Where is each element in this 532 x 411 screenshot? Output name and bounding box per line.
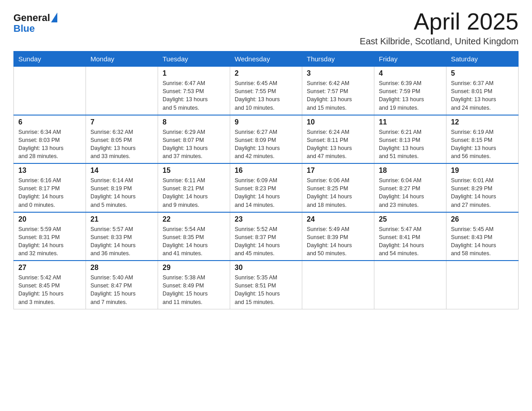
day-info: Sunrise: 6:01 AM Sunset: 8:29 PM Dayligh… bbox=[451, 176, 514, 209]
logo-triangle-icon bbox=[51, 13, 57, 22]
day-number: 9 bbox=[235, 118, 297, 126]
day-info: Sunrise: 5:54 AM Sunset: 8:35 PM Dayligh… bbox=[163, 225, 225, 258]
calendar-cell: 23Sunrise: 5:52 AM Sunset: 8:37 PM Dayli… bbox=[230, 212, 302, 261]
calendar-cell: 24Sunrise: 5:49 AM Sunset: 8:39 PM Dayli… bbox=[302, 212, 374, 261]
day-info: Sunrise: 5:52 AM Sunset: 8:37 PM Dayligh… bbox=[235, 225, 297, 258]
calendar-cell: 18Sunrise: 6:04 AM Sunset: 8:27 PM Dayli… bbox=[374, 163, 446, 212]
day-info: Sunrise: 6:09 AM Sunset: 8:23 PM Dayligh… bbox=[235, 176, 297, 209]
day-info: Sunrise: 5:47 AM Sunset: 8:41 PM Dayligh… bbox=[379, 225, 442, 258]
day-number: 22 bbox=[163, 215, 225, 223]
day-number: 19 bbox=[451, 167, 514, 175]
day-number: 3 bbox=[307, 69, 369, 77]
day-info: Sunrise: 6:29 AM Sunset: 8:07 PM Dayligh… bbox=[163, 128, 225, 161]
calendar-cell: 25Sunrise: 5:47 AM Sunset: 8:41 PM Dayli… bbox=[374, 212, 446, 261]
calendar-cell: 4Sunrise: 6:39 AM Sunset: 7:59 PM Daylig… bbox=[374, 67, 446, 115]
calendar-cell: 6Sunrise: 6:34 AM Sunset: 8:03 PM Daylig… bbox=[14, 115, 86, 164]
day-info: Sunrise: 6:32 AM Sunset: 8:05 PM Dayligh… bbox=[90, 128, 153, 161]
calendar-cell: 17Sunrise: 6:06 AM Sunset: 8:25 PM Dayli… bbox=[302, 163, 374, 212]
calendar-cell: 7Sunrise: 6:32 AM Sunset: 8:05 PM Daylig… bbox=[86, 115, 158, 164]
day-number: 30 bbox=[235, 264, 297, 272]
day-number: 6 bbox=[18, 118, 81, 126]
calendar-cell: 11Sunrise: 6:21 AM Sunset: 8:13 PM Dayli… bbox=[374, 115, 446, 164]
calendar-cell: 8Sunrise: 6:29 AM Sunset: 8:07 PM Daylig… bbox=[158, 115, 230, 164]
day-number: 11 bbox=[379, 118, 442, 126]
page-header: General Blue April 2025 East Kilbride, S… bbox=[13, 9, 519, 47]
calendar-cell: 12Sunrise: 6:19 AM Sunset: 8:15 PM Dayli… bbox=[446, 115, 519, 164]
day-info: Sunrise: 6:11 AM Sunset: 8:21 PM Dayligh… bbox=[163, 176, 225, 209]
calendar-cell bbox=[374, 261, 446, 309]
day-number: 25 bbox=[379, 215, 442, 223]
day-number: 27 bbox=[18, 264, 81, 272]
day-info: Sunrise: 6:34 AM Sunset: 8:03 PM Dayligh… bbox=[18, 128, 81, 161]
calendar-cell: 16Sunrise: 6:09 AM Sunset: 8:23 PM Dayli… bbox=[230, 163, 302, 212]
day-info: Sunrise: 6:47 AM Sunset: 7:53 PM Dayligh… bbox=[163, 79, 225, 112]
day-number: 16 bbox=[235, 167, 297, 175]
calendar-cell: 14Sunrise: 6:14 AM Sunset: 8:19 PM Dayli… bbox=[86, 163, 158, 212]
day-info: Sunrise: 6:39 AM Sunset: 7:59 PM Dayligh… bbox=[379, 79, 442, 112]
day-info: Sunrise: 5:40 AM Sunset: 8:47 PM Dayligh… bbox=[90, 274, 153, 306]
calendar-cell: 20Sunrise: 5:59 AM Sunset: 8:31 PM Dayli… bbox=[14, 212, 86, 261]
logo-general-text: General bbox=[13, 13, 50, 23]
logo: General Blue bbox=[13, 9, 57, 34]
calendar-cell bbox=[446, 261, 519, 309]
month-title: April 2025 bbox=[360, 9, 519, 34]
day-number: 8 bbox=[163, 118, 225, 126]
day-info: Sunrise: 6:45 AM Sunset: 7:55 PM Dayligh… bbox=[235, 79, 297, 112]
calendar-cell: 29Sunrise: 5:38 AM Sunset: 8:49 PM Dayli… bbox=[158, 261, 230, 309]
day-number: 4 bbox=[379, 69, 442, 77]
day-info: Sunrise: 5:45 AM Sunset: 8:43 PM Dayligh… bbox=[451, 225, 514, 258]
day-number: 10 bbox=[307, 118, 369, 126]
day-info: Sunrise: 6:27 AM Sunset: 8:09 PM Dayligh… bbox=[235, 128, 297, 161]
calendar-table: SundayMondayTuesdayWednesdayThursdayFrid… bbox=[13, 51, 519, 309]
weekday-header-row: SundayMondayTuesdayWednesdayThursdayFrid… bbox=[14, 51, 519, 67]
day-info: Sunrise: 6:16 AM Sunset: 8:17 PM Dayligh… bbox=[18, 176, 81, 209]
day-info: Sunrise: 6:14 AM Sunset: 8:19 PM Dayligh… bbox=[90, 176, 153, 209]
calendar-cell: 5Sunrise: 6:37 AM Sunset: 8:01 PM Daylig… bbox=[446, 67, 519, 115]
calendar-cell: 22Sunrise: 5:54 AM Sunset: 8:35 PM Dayli… bbox=[158, 212, 230, 261]
day-number: 7 bbox=[90, 118, 153, 126]
day-info: Sunrise: 6:06 AM Sunset: 8:25 PM Dayligh… bbox=[307, 176, 369, 209]
day-number: 5 bbox=[451, 69, 514, 77]
weekday-header-saturday: Saturday bbox=[446, 51, 519, 67]
calendar-week-row: 20Sunrise: 5:59 AM Sunset: 8:31 PM Dayli… bbox=[14, 212, 519, 261]
weekday-header-friday: Friday bbox=[374, 51, 446, 67]
day-number: 24 bbox=[307, 215, 369, 223]
day-number: 23 bbox=[235, 215, 297, 223]
calendar-cell: 9Sunrise: 6:27 AM Sunset: 8:09 PM Daylig… bbox=[230, 115, 302, 164]
weekday-header-tuesday: Tuesday bbox=[158, 51, 230, 67]
calendar-cell: 2Sunrise: 6:45 AM Sunset: 7:55 PM Daylig… bbox=[230, 67, 302, 115]
calendar-cell: 15Sunrise: 6:11 AM Sunset: 8:21 PM Dayli… bbox=[158, 163, 230, 212]
day-info: Sunrise: 6:19 AM Sunset: 8:15 PM Dayligh… bbox=[451, 128, 514, 161]
weekday-header-thursday: Thursday bbox=[302, 51, 374, 67]
calendar-cell bbox=[14, 67, 86, 115]
day-number: 28 bbox=[90, 264, 153, 272]
day-info: Sunrise: 5:42 AM Sunset: 8:45 PM Dayligh… bbox=[18, 274, 81, 306]
calendar-cell bbox=[86, 67, 158, 115]
location-subtitle: East Kilbride, Scotland, United Kingdom bbox=[360, 36, 519, 47]
day-info: Sunrise: 5:49 AM Sunset: 8:39 PM Dayligh… bbox=[307, 225, 369, 258]
title-area: April 2025 East Kilbride, Scotland, Unit… bbox=[360, 9, 519, 47]
calendar-cell: 26Sunrise: 5:45 AM Sunset: 8:43 PM Dayli… bbox=[446, 212, 519, 261]
day-info: Sunrise: 5:57 AM Sunset: 8:33 PM Dayligh… bbox=[90, 225, 153, 258]
day-number: 14 bbox=[90, 167, 153, 175]
day-info: Sunrise: 5:38 AM Sunset: 8:49 PM Dayligh… bbox=[163, 274, 225, 306]
weekday-header-monday: Monday bbox=[86, 51, 158, 67]
day-info: Sunrise: 6:37 AM Sunset: 8:01 PM Dayligh… bbox=[451, 79, 514, 112]
day-info: Sunrise: 5:35 AM Sunset: 8:51 PM Dayligh… bbox=[235, 274, 297, 306]
day-number: 20 bbox=[18, 215, 81, 223]
calendar-cell: 3Sunrise: 6:42 AM Sunset: 7:57 PM Daylig… bbox=[302, 67, 374, 115]
calendar-week-row: 27Sunrise: 5:42 AM Sunset: 8:45 PM Dayli… bbox=[14, 261, 519, 309]
day-number: 1 bbox=[163, 69, 225, 77]
day-number: 29 bbox=[163, 264, 225, 272]
day-number: 15 bbox=[163, 167, 225, 175]
day-number: 18 bbox=[379, 167, 442, 175]
calendar-cell: 10Sunrise: 6:24 AM Sunset: 8:11 PM Dayli… bbox=[302, 115, 374, 164]
day-number: 13 bbox=[18, 167, 81, 175]
logo-blue-text: Blue bbox=[13, 23, 35, 34]
calendar-week-row: 13Sunrise: 6:16 AM Sunset: 8:17 PM Dayli… bbox=[14, 163, 519, 212]
day-info: Sunrise: 6:24 AM Sunset: 8:11 PM Dayligh… bbox=[307, 128, 369, 161]
day-info: Sunrise: 6:04 AM Sunset: 8:27 PM Dayligh… bbox=[379, 176, 442, 209]
calendar-cell bbox=[302, 261, 374, 309]
calendar-cell: 13Sunrise: 6:16 AM Sunset: 8:17 PM Dayli… bbox=[14, 163, 86, 212]
calendar-week-row: 1Sunrise: 6:47 AM Sunset: 7:53 PM Daylig… bbox=[14, 67, 519, 115]
